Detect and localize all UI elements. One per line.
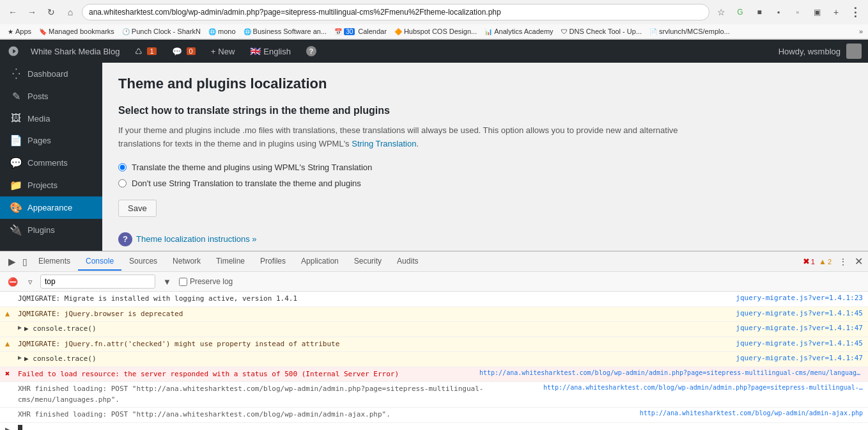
radio-label-2: Don't use String Translation to translat… xyxy=(132,179,361,188)
tab-network[interactable]: Network xyxy=(165,253,208,271)
warning-count-text: 2 xyxy=(828,258,832,266)
bookmark-hubspot-label: Hubspot COS Design... xyxy=(404,28,477,35)
devtools-more-button[interactable]: ⋮ xyxy=(835,255,851,268)
filter-dropdown-button[interactable]: ▼ xyxy=(160,276,174,288)
mono-icon: 🌐 xyxy=(208,28,216,35)
bookmark-hubspot[interactable]: 🔶 Hubspot COS Design... xyxy=(392,26,479,36)
log-text-2: JQMIGRATE: jQuery.browser is deprecated xyxy=(18,309,731,320)
bookmark-punch-clock[interactable]: 🕐 Punch Clock - SharkN xyxy=(120,26,203,36)
browser-chrome: ← → ↻ ⌂ ☆ G ■ ▪ ▫ ▣ + ⋮ ★ Apps 🔖 Managed… xyxy=(0,0,868,40)
expand-button-3[interactable]: ▶ xyxy=(18,324,22,331)
log-source-1[interactable]: jquery-migrate.js?ver=1.4.1:23 xyxy=(736,294,863,302)
log-source-5[interactable]: jquery-migrate.js?ver=1.4.1:47 xyxy=(736,354,863,362)
sidebar-item-plugins[interactable]: 🔌 Plugins xyxy=(0,219,102,241)
bookmark-srvlunch[interactable]: 📄 srvlunch/MCS/emplo... xyxy=(647,26,732,36)
admin-bar-comments[interactable]: 💬 0 xyxy=(167,40,201,63)
sidebar-item-projects[interactable]: 📁 Projects xyxy=(0,174,102,196)
admin-bar-site-name[interactable]: White Shark Media Blog xyxy=(26,40,125,63)
log-source-7[interactable]: http://ana.whitesharktest.com/blog/wp-ad… xyxy=(543,384,863,391)
log-text-5: ▶ console.trace() xyxy=(24,354,731,365)
devtools-close-button[interactable]: ✕ xyxy=(855,257,863,267)
log-text-7: XHR finished loading: POST "http://ana.w… xyxy=(18,384,538,405)
preserve-log-text: Preserve log xyxy=(190,277,233,286)
log-source-4[interactable]: jquery-migrate.js?ver=1.4.1:45 xyxy=(736,339,863,347)
sidebar-item-comments[interactable]: 💬 Comments xyxy=(0,152,102,174)
log-entry-4: ▲ JQMIGRATE: jQuery.fn.attr('checked') m… xyxy=(0,337,868,353)
preserve-log-checkbox[interactable] xyxy=(179,278,187,286)
forward-button[interactable]: → xyxy=(24,4,40,20)
sidebar-item-posts[interactable]: ✎ Posts xyxy=(0,85,102,107)
bookmark-calendar[interactable]: 📅 30 Calendar xyxy=(332,26,389,36)
bookmark-star[interactable]: ☆ xyxy=(713,4,729,20)
sidebar-item-pages[interactable]: 📄 Pages xyxy=(0,129,102,152)
log-entry-6: ✖ Failed to load resource: the server re… xyxy=(0,367,868,383)
bookmark-analytics[interactable]: 📊 Analytics Academy xyxy=(482,26,555,36)
sidebar-item-appearance[interactable]: 🎨 Appearance xyxy=(0,196,102,219)
devtools-device-icon[interactable]: ▯ xyxy=(19,255,31,268)
extension-icon-1[interactable]: G xyxy=(732,4,748,20)
tab-profiles[interactable]: Profiles xyxy=(252,253,293,271)
admin-bar-language[interactable]: 🇬🇧 English xyxy=(245,40,296,63)
updates-count: 1 xyxy=(147,47,156,55)
tab-elements[interactable]: Elements xyxy=(31,253,78,271)
sidebar-item-dashboard[interactable]: ⁛ Dashboard xyxy=(0,63,102,85)
language-label: English xyxy=(263,47,291,56)
section-title: Select how to translate strings in the t… xyxy=(118,105,852,116)
extension-icon-5[interactable]: ▣ xyxy=(809,4,825,20)
string-translation-link[interactable]: String Translation xyxy=(352,139,416,148)
filter-input[interactable] xyxy=(40,275,155,289)
tab-timeline[interactable]: Timeline xyxy=(208,253,252,271)
wp-sidebar: ⁛ Dashboard ✎ Posts 🖼 Media 📄 Pages 💬 Co… xyxy=(0,63,102,251)
extension-icon-4[interactable]: ▫ xyxy=(790,4,805,20)
expand-button-5[interactable]: ▶ xyxy=(18,354,22,361)
devtools-inspect-icon[interactable]: ▶ xyxy=(5,255,19,269)
radio-option-2[interactable]: Don't use String Translation to translat… xyxy=(118,179,852,188)
admin-bar-right: Howdy, wsmblog xyxy=(779,44,862,59)
extension-icon-3[interactable]: ▪ xyxy=(771,4,786,20)
tab-application[interactable]: Application xyxy=(293,253,346,271)
more-bookmarks-button[interactable]: » xyxy=(859,28,863,35)
home-button[interactable]: ⌂ xyxy=(63,4,78,20)
bookmark-business-label: Business Software an... xyxy=(253,28,327,35)
bookmark-dns[interactable]: 🛡 DNS Check Tool - Up... xyxy=(559,26,645,36)
bookmark-apps[interactable]: ★ Apps xyxy=(5,26,34,36)
tab-security[interactable]: Security xyxy=(346,253,389,271)
menu-button[interactable]: ⋮ xyxy=(848,4,863,20)
log-entry-5: ▶ ▶ console.trace() jquery-migrate.js?ve… xyxy=(0,352,868,367)
radio-translate-yes[interactable] xyxy=(118,163,127,171)
bookmark-punch-clock-label: Punch Clock - SharkN xyxy=(132,28,201,35)
filter-button[interactable]: ▿ xyxy=(26,276,35,288)
admin-bar-new[interactable]: + New xyxy=(206,40,240,63)
url-bar[interactable] xyxy=(82,4,709,20)
back-button[interactable]: ← xyxy=(5,4,20,20)
sidebar-item-media[interactable]: 🖼 Media xyxy=(0,107,102,129)
cursor-line[interactable]: ▶ xyxy=(0,423,868,431)
tab-audits[interactable]: Audits xyxy=(389,253,426,271)
log-source-2[interactable]: jquery-migrate.js?ver=1.4.1:45 xyxy=(736,309,863,317)
add-tab-button[interactable]: + xyxy=(828,4,844,20)
bookmark-dns-label: DNS Check Tool - Up... xyxy=(570,28,642,35)
theme-localization-link[interactable]: ? Theme localization instructions » xyxy=(118,232,852,246)
wp-logo[interactable] xyxy=(6,44,20,58)
log-text-1: JQMIGRATE: Migrate is installed with log… xyxy=(18,294,731,305)
bookmark-managed[interactable]: 🔖 Managed bookmarks xyxy=(36,26,117,36)
dns-icon: 🛡 xyxy=(561,28,568,35)
admin-bar-updates[interactable]: ♺ 1 xyxy=(130,40,161,63)
tab-console[interactable]: Console xyxy=(78,253,121,271)
admin-bar-left: White Shark Media Blog ♺ 1 💬 0 + New 🇬🇧 … xyxy=(6,40,772,63)
log-source-3[interactable]: jquery-migrate.js?ver=1.4.1:47 xyxy=(736,324,863,332)
admin-bar-help[interactable]: ? xyxy=(301,40,322,63)
log-source-6[interactable]: http://ana.whitesharktest.com/blog/wp-ad… xyxy=(479,369,863,376)
log-source-8[interactable]: http://ana.whitesharktest.com/blog/wp-ad… xyxy=(640,410,863,417)
reload-button[interactable]: ↻ xyxy=(43,4,59,20)
tab-sources[interactable]: Sources xyxy=(121,253,165,271)
bookmark-mono[interactable]: 🌐 mono xyxy=(206,26,238,36)
clear-console-button[interactable]: ⛔ xyxy=(5,276,20,288)
radio-option-1[interactable]: Translate the theme and plugins using WP… xyxy=(118,163,852,172)
extension-icon-2[interactable]: ■ xyxy=(752,4,767,20)
avatar[interactable] xyxy=(846,44,862,59)
preserve-log-label[interactable]: Preserve log xyxy=(179,277,233,286)
save-button[interactable]: Save xyxy=(118,200,157,217)
radio-translate-no[interactable] xyxy=(118,179,127,187)
bookmark-business[interactable]: 🌐 Business Software an... xyxy=(241,26,330,36)
